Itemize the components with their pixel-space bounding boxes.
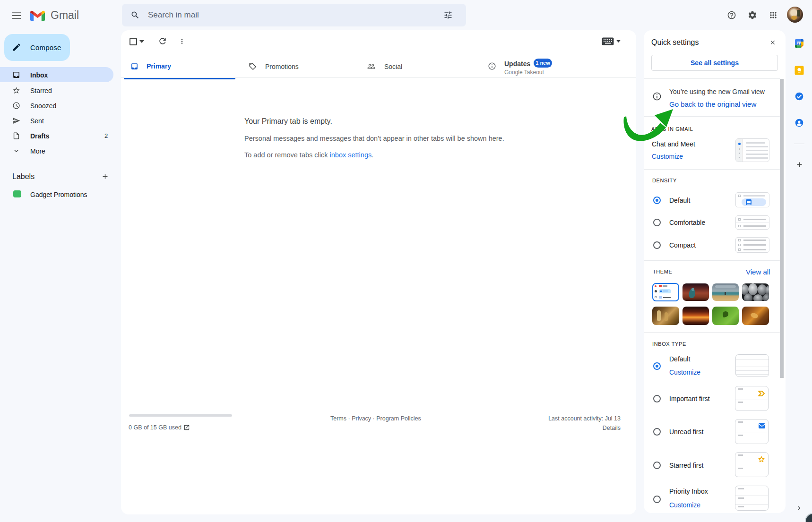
svg-text:31: 31: [797, 42, 801, 46]
